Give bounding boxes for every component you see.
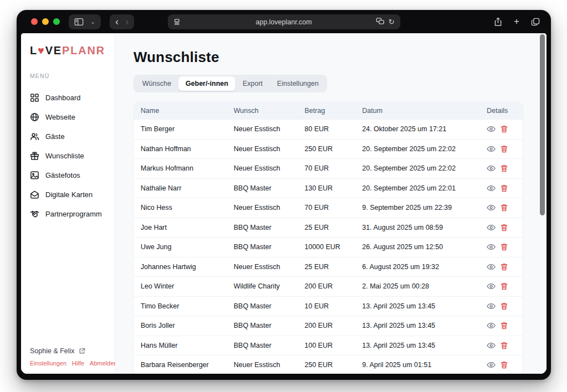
view-details-button[interactable] — [487, 322, 496, 329]
view-details-button[interactable] — [487, 224, 496, 231]
cell-wunsch: Neuer Esstisch — [234, 361, 305, 369]
abmelden-link[interactable]: Abmelden — [90, 360, 117, 367]
translate-icon[interactable] — [376, 18, 384, 26]
view-details-button[interactable] — [487, 264, 496, 270]
col-header-name: Name — [141, 107, 234, 115]
cell-wunsch: Neuer Esstisch — [234, 164, 305, 172]
back-button[interactable]: ‹ — [115, 16, 118, 28]
cell-name: Boris Joller — [141, 322, 234, 329]
delete-row-button[interactable] — [501, 164, 508, 172]
close-window-button[interactable] — [31, 18, 38, 25]
cell-datum: 2. Mai 2025 um 00:28 — [362, 282, 487, 290]
delete-row-button[interactable] — [501, 361, 508, 369]
cell-betrag: 25 EUR — [305, 224, 362, 231]
sidebar-item-wunschliste[interactable]: Wunschliste — [30, 146, 106, 166]
tab-wuensche[interactable]: Wünsche — [135, 76, 178, 91]
delete-row-button[interactable] — [501, 263, 508, 271]
heart-icon: ♥ — [38, 44, 45, 56]
hilfe-link[interactable]: Hilfe — [72, 360, 84, 367]
cell-wunsch: BBQ Master — [234, 184, 305, 192]
new-tab-icon[interactable]: + — [514, 16, 519, 27]
delete-row-button[interactable] — [501, 145, 508, 153]
sidebar-item-label: Partnerprogramm — [45, 210, 102, 218]
tab-export[interactable]: Export — [235, 76, 270, 91]
chevron-down-icon[interactable]: ⌄ — [90, 18, 95, 25]
cell-name: Tim Berger — [141, 125, 234, 133]
sidebar-item-webseite[interactable]: Webseite — [30, 107, 106, 127]
menu-section-label: MENÜ — [30, 73, 106, 79]
sidebar-item-digitale-karten[interactable]: Digitale Karten — [30, 185, 106, 204]
cell-details — [487, 164, 516, 172]
tab-einstellungen[interactable]: Einstellungen — [270, 76, 326, 91]
address-bar[interactable]: app.loveplanr.com ↻ — [168, 14, 400, 29]
tab-overview-icon[interactable] — [531, 18, 540, 26]
traffic-lights — [31, 18, 60, 25]
table-row: Nathan Hoffman Neuer Esstisch 250 EUR 20… — [134, 139, 523, 159]
delete-row-button[interactable] — [501, 204, 508, 212]
cell-betrag: 10000 EUR — [305, 243, 362, 251]
cell-betrag: 70 EUR — [305, 164, 362, 172]
cell-details — [487, 204, 516, 212]
cell-details — [487, 342, 516, 349]
sidebar-item-dashboard[interactable]: Dashboard — [30, 88, 106, 107]
minimize-window-button[interactable] — [42, 18, 49, 25]
table-row: Tim Berger Neuer Esstisch 80 EUR 24. Okt… — [134, 119, 523, 139]
cell-details — [487, 322, 516, 329]
reload-icon[interactable]: ↻ — [389, 18, 395, 26]
delete-row-button[interactable] — [501, 243, 508, 251]
page-menu-icon[interactable] — [173, 18, 181, 25]
col-header-wunsch: Wunsch — [234, 107, 305, 115]
sidebar-footer-links: Einstellungen Hilfe Abmelden — [30, 360, 109, 367]
handshake-icon — [30, 209, 39, 219]
cell-wunsch: Neuer Esstisch — [234, 145, 305, 153]
view-details-button[interactable] — [487, 185, 496, 192]
sidebar-item-label: Wunschliste — [45, 152, 84, 160]
view-details-button[interactable] — [487, 303, 496, 310]
cell-details — [487, 145, 516, 153]
cell-details — [487, 243, 516, 251]
view-details-button[interactable] — [487, 204, 496, 211]
share-icon[interactable] — [494, 17, 502, 27]
view-details-button[interactable] — [487, 146, 496, 152]
sidebar-footer: Sophie & Felix Einstellungen Hilfe Abmel… — [30, 347, 109, 367]
cell-betrag: 10 EUR — [305, 302, 362, 310]
table-row: Nico Hess Neuer Esstisch 70 EUR 9. Septe… — [134, 198, 523, 218]
account-link[interactable]: Sophie & Felix — [30, 347, 109, 355]
view-details-button[interactable] — [487, 283, 496, 290]
forward-button[interactable]: › — [125, 16, 128, 28]
view-details-button[interactable] — [487, 362, 496, 368]
cell-name: Johannes Hartwig — [141, 263, 234, 271]
sidebar-item-gaestefotos[interactable]: Gästefotos — [30, 166, 106, 185]
sidebar-nav: Dashboard Webseite Gäste Wunschliste Gäs… — [30, 88, 106, 224]
sidebar-toggle-icon[interactable] — [74, 18, 84, 26]
delete-row-button[interactable] — [501, 224, 508, 231]
delete-row-button[interactable] — [501, 322, 508, 329]
cell-wunsch: BBQ Master — [234, 224, 305, 231]
delete-row-button[interactable] — [501, 125, 508, 133]
photo-icon — [30, 171, 39, 180]
cell-betrag: 80 EUR — [305, 125, 362, 133]
cell-datum: 24. Oktober 2025 um 17:21 — [362, 125, 487, 133]
view-details-button[interactable] — [487, 244, 496, 250]
zoom-window-button[interactable] — [53, 18, 60, 25]
envelope-icon — [30, 190, 39, 199]
cell-datum: 13. April 2025 um 13:45 — [362, 302, 487, 310]
delete-row-button[interactable] — [501, 184, 508, 192]
tab-geber-innen[interactable]: Geber/-innen — [178, 76, 235, 91]
vertical-scrollbar[interactable] — [540, 34, 545, 215]
einstellungen-link[interactable]: Einstellungen — [30, 360, 66, 367]
delete-row-button[interactable] — [501, 282, 508, 290]
view-details-button[interactable] — [487, 126, 496, 132]
history-nav-group: ‹ › — [110, 14, 134, 29]
view-details-button[interactable] — [487, 342, 496, 349]
sidebar-item-partnerprogramm[interactable]: Partnerprogramm — [30, 204, 106, 224]
delete-row-button[interactable] — [501, 302, 508, 310]
view-details-button[interactable] — [487, 165, 496, 172]
delete-row-button[interactable] — [501, 342, 508, 349]
cell-wunsch: BBQ Master — [234, 243, 305, 251]
cell-betrag: 100 EUR — [305, 342, 362, 349]
cell-betrag: 25 EUR — [305, 263, 362, 271]
sidebar-item-gaeste[interactable]: Gäste — [30, 127, 106, 146]
cell-name: Joe Hart — [141, 224, 234, 231]
app-logo[interactable]: L♥VEPLANR — [30, 44, 106, 57]
